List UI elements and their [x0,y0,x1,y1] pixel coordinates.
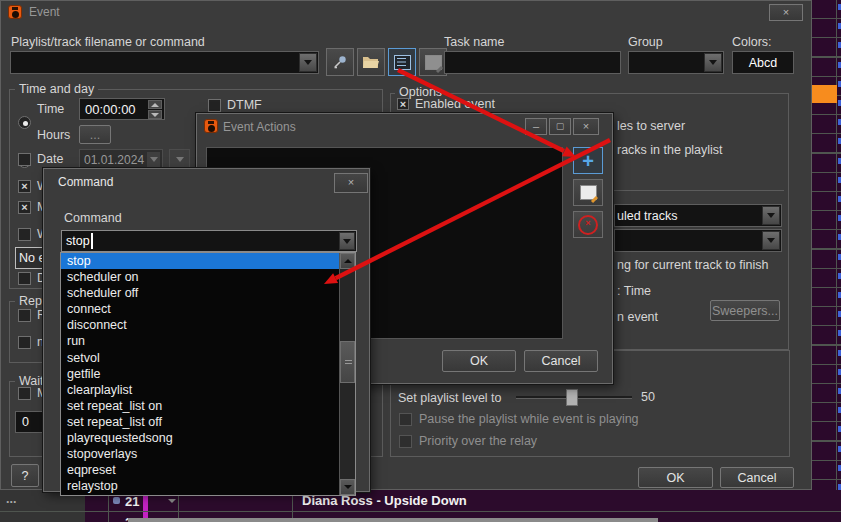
event-dialog-title: Event [29,5,60,19]
open-folder-button[interactable] [357,48,385,76]
add-action-button[interactable]: + [573,147,603,174]
edit-note-button[interactable] [419,48,447,76]
enabled-event-label: Enabled event [415,97,495,111]
command-combobox[interactable]: stop [61,230,357,252]
maximize-icon[interactable]: ▢ [549,118,571,135]
command-option[interactable]: set repeat_list off [61,414,339,430]
command-option[interactable]: relaystop [61,478,339,494]
group-label: Group [628,35,663,49]
priority-relay-label: Priority over the relay [419,434,537,448]
command-option[interactable]: setvol [61,350,339,366]
command-option[interactable]: scheduler on [61,269,339,285]
plus-icon: + [582,151,594,171]
help-button[interactable]: ? [11,464,39,487]
playlist-highlight-row[interactable] [812,85,837,103]
level-slider-thumb[interactable] [566,389,578,406]
hours-radio-label: Hours [37,128,70,142]
opt-finish-fragment: ng for current track to finish [617,258,768,272]
command-dialog-title: Command [58,175,113,189]
minimize-icon[interactable]: – [525,118,547,135]
command-option[interactable]: clearplaylist [61,382,339,398]
command-label: Command [64,211,122,225]
sweepers-button[interactable]: Sweepers... [710,300,780,321]
event-ok-button[interactable]: OK [638,467,713,488]
chevron-down-icon[interactable] [146,151,161,168]
task-name-label: Task name [444,35,504,49]
close-icon[interactable]: × [573,118,599,135]
date-combobox[interactable]: 01.01.2024 [79,149,163,170]
time-value: 00:00:00 [85,102,136,117]
chevron-down-icon[interactable] [339,232,355,250]
overflow-ellipsis: ... [6,492,16,506]
group-combobox[interactable] [628,51,724,74]
hours-edit-button[interactable]: ... [79,125,111,144]
no-more-checkbox[interactable] [18,336,31,349]
microphone-button[interactable] [326,48,354,76]
microphone-icon [332,54,348,70]
colors-button[interactable]: Abcd [732,51,794,74]
actions-list-button[interactable] [388,48,416,76]
close-icon[interactable]: × [334,173,368,193]
track-number: 21 [125,494,139,509]
priority-relay-checkbox[interactable] [399,435,412,448]
weekdays-checkbox[interactable]: × [18,180,31,193]
date-checkbox[interactable] [18,153,31,166]
command-option[interactable]: eqpreset [61,462,339,478]
pause-playlist-label: Pause the playlist while event is playin… [419,412,639,426]
command-options: stopscheduler onscheduler offconnectdisc… [61,253,339,495]
spin-up-icon[interactable] [148,100,162,109]
d-checkbox[interactable] [18,272,31,285]
command-option[interactable]: connect [61,301,339,317]
scroll-up-icon[interactable] [340,253,355,269]
command-option[interactable]: stopoverlays [61,446,339,462]
list-icon [394,55,411,70]
weeks-checkbox[interactable] [18,228,31,241]
opt-tracks-fragment: racks in the playlist [617,143,723,157]
event-cancel-button[interactable]: Cancel [720,467,794,488]
chevron-down-icon[interactable] [704,53,722,72]
time-radio[interactable] [18,116,31,129]
time-input[interactable]: 00:00:00 [79,98,165,120]
horizontal-scrollbar[interactable] [128,518,658,522]
repeat-checkbox[interactable] [18,309,31,322]
background-playlist-column[interactable] [812,0,841,522]
delete-action-button[interactable]: × [573,211,603,238]
chevron-down-icon[interactable] [762,206,780,225]
dropdown-scrollbar[interactable] [339,253,355,495]
wait-spinner-value: 0 [22,415,29,429]
command-option[interactable]: disconnect [61,317,339,333]
secondary-combobox[interactable] [614,229,782,252]
track-state-icon [113,497,120,504]
command-option[interactable]: set repeat_list on [61,398,339,414]
task-name-input[interactable] [444,51,621,74]
dtmf-checkbox[interactable] [208,99,221,112]
thumb-grip [345,360,352,364]
opt-server-fragment: les to server [617,119,685,133]
command-option[interactable]: getfile [61,366,339,382]
insert-mode-combobox[interactable]: uled tracks [614,204,782,227]
months-checkbox[interactable]: × [18,201,31,214]
enabled-event-checkbox[interactable]: × [397,98,409,110]
command-option[interactable]: scheduler off [61,285,339,301]
actions-cancel-button[interactable]: Cancel [524,350,598,372]
command-option[interactable]: run [61,333,339,349]
screen: ... 21 Diana Ross - Upside Down 22 Thelm… [0,0,841,522]
command-option[interactable]: playrequestedsong [61,430,339,446]
date-value: 01.01.2024 [84,153,144,167]
max-wait-checkbox[interactable] [18,387,31,400]
scroll-thumb[interactable] [340,341,355,383]
pause-playlist-checkbox[interactable] [399,413,412,426]
edit-action-button[interactable] [573,179,603,206]
spin-down-icon[interactable] [148,110,162,119]
folder-icon [362,55,380,69]
chevron-down-icon[interactable] [299,53,317,72]
command-option[interactable]: stop [61,253,339,269]
close-icon[interactable]: × [769,4,803,21]
playlist-command-combobox[interactable] [10,51,319,74]
date-extra-dropdown[interactable] [169,149,190,170]
chevron-down-icon[interactable] [762,231,780,250]
actions-ok-button[interactable]: OK [442,350,516,372]
dtmf-label: DTMF [227,98,262,112]
command-dropdown-list: stopscheduler onscheduler offconnectdisc… [60,252,356,496]
scroll-down-icon[interactable] [340,479,355,495]
